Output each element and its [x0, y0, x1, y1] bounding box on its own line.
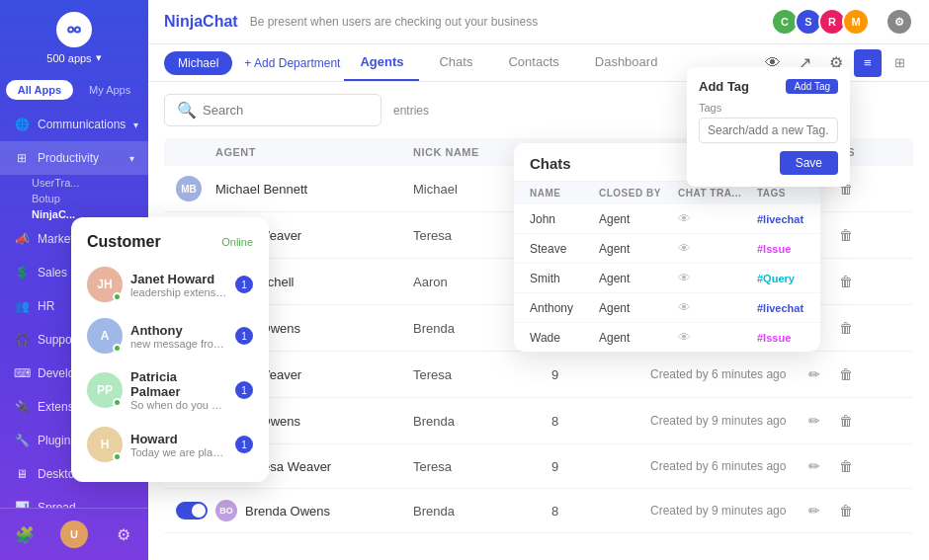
customer-message: leadership extension filed	[130, 286, 227, 298]
chat-name: Smith	[530, 272, 599, 285]
spread-icon: 📊	[14, 500, 30, 508]
tab-my-apps[interactable]: My Apps	[77, 80, 142, 100]
chat-tag: #Query	[757, 273, 820, 284]
eye-icon[interactable]: 👁	[678, 241, 757, 256]
status-dot	[113, 292, 122, 301]
sub-nav-botup[interactable]: Botup	[0, 191, 148, 206]
tab-all-apps[interactable]: All Apps	[6, 80, 73, 100]
list-view-button[interactable]: ≡	[854, 49, 882, 77]
customer-name: Anthony	[130, 323, 227, 338]
svg-point-1	[75, 28, 80, 33]
sidebar-item-spread[interactable]: 📊 Spread...	[0, 491, 148, 508]
add-tag-popup: Add Tag Add Tag Tags Save	[687, 67, 850, 187]
customer-item[interactable]: PP Patricia Palmaer So when do you plan …	[87, 365, 253, 415]
tab-contacts[interactable]: Contacts	[492, 44, 574, 81]
edit-button[interactable]: ✏	[802, 454, 826, 478]
customer-avatar: A	[87, 318, 123, 354]
add-tag-title: Add Tag Add Tag	[699, 79, 838, 94]
edit-button[interactable]: ✏	[802, 499, 826, 522]
avatar-settings[interactable]: ⚙	[886, 8, 913, 36]
tab-dashboard[interactable]: Dashboard	[579, 44, 674, 81]
chat-agent: Agent	[599, 242, 678, 256]
user-avatar[interactable]: U	[60, 520, 88, 548]
col-trans: CHAT TRA...	[678, 188, 757, 199]
customer-avatar: PP	[87, 372, 123, 408]
message-badge: 1	[235, 327, 253, 345]
add-tag-small-button[interactable]: Add Tag	[786, 79, 838, 94]
toggle-switch[interactable]	[176, 502, 208, 520]
search-icon: 🔍	[177, 101, 197, 120]
add-department-link[interactable]: + Add Department	[244, 56, 340, 70]
plugin-icon: 🔧	[14, 433, 30, 448]
customer-info: Anthony new message from anthony	[130, 323, 227, 350]
chat-agent: Agent	[599, 331, 678, 345]
save-tag-button[interactable]: Save	[780, 151, 838, 175]
eye-icon[interactable]: 👁	[678, 330, 757, 345]
agent-avatar: MB	[176, 176, 202, 201]
col-closed: CLOSED BY	[599, 188, 678, 199]
sidebar-item-communications[interactable]: 🌐 Communications ▾	[0, 108, 148, 141]
customer-avatar: JH	[87, 267, 123, 302]
created-by: Created by 6 minutes ago	[650, 459, 802, 473]
chat-tag: #livechat	[757, 302, 820, 314]
desktop-icon: 🖥	[14, 466, 30, 482]
delete-button[interactable]: 🗑	[834, 270, 858, 293]
avatar-m: M	[842, 8, 870, 36]
header-avatars: C S R M	[775, 8, 870, 36]
chat-row: John Agent 👁 #livechat	[514, 204, 820, 234]
chat-name: John	[530, 212, 599, 226]
message-badge: 1	[235, 436, 253, 453]
main-header: NinjaChat Be present when users are chec…	[148, 0, 929, 44]
gear-icon[interactable]: ⚙	[110, 520, 137, 548]
customer-panel: Customer Online JH Janet Howard leadersh…	[71, 217, 269, 482]
customer-item[interactable]: A Anthony new message from anthony 1	[87, 314, 253, 358]
tags-label: Tags	[699, 102, 838, 114]
logo-icon[interactable]	[56, 12, 92, 47]
eye-icon[interactable]: 👁	[678, 300, 757, 315]
sub-nav-usertran[interactable]: UserTra...	[0, 175, 148, 191]
created-by: Created by 9 minutes ago	[650, 504, 802, 518]
search-input[interactable]	[203, 103, 369, 118]
created-by: Created by 6 minutes ago	[650, 367, 802, 381]
delete-button[interactable]: 🗑	[834, 362, 858, 386]
col-agent: AGENT	[215, 146, 413, 158]
customer-name: Janet Howard	[130, 272, 227, 286]
customer-message: So when do you plan to arrive	[130, 399, 227, 411]
delete-button[interactable]: 🗑	[834, 454, 858, 478]
chat-row: Wade Agent 👁 #Issue	[514, 323, 820, 352]
edit-button[interactable]: ✏	[802, 409, 826, 433]
eye-icon[interactable]: 👁	[678, 211, 757, 226]
table-row: BO Brenda Owens Brenda 8 Created by 9 mi…	[164, 398, 913, 444]
agent-name: Michael Bennett	[215, 182, 413, 197]
puzzle-icon[interactable]: 🧩	[11, 520, 39, 548]
tab-chats[interactable]: Chats	[423, 44, 488, 81]
delete-button[interactable]: 🗑	[834, 409, 858, 433]
customer-message: new message from anthony	[130, 338, 227, 350]
dollar-icon: 💲	[14, 265, 30, 280]
tab-agents[interactable]: Agents	[344, 44, 419, 81]
department-button[interactable]: Michael	[164, 51, 232, 75]
status-dot	[113, 344, 122, 353]
sidebar-item-productivity[interactable]: ⊞ Productivity ▾	[0, 141, 148, 175]
header-tagline: Be present when users are checking out y…	[250, 15, 539, 29]
eye-icon[interactable]: 👁	[678, 271, 757, 285]
delete-button[interactable]: 🗑	[834, 499, 858, 522]
chat-agent: Agent	[599, 272, 678, 285]
simul-count: 9	[551, 459, 650, 474]
customer-item[interactable]: JH Janet Howard leadership extension fil…	[87, 263, 253, 306]
options-cell: ✏ 🗑	[802, 362, 901, 386]
customer-item[interactable]: H Howard Today we are planned to arrive …	[87, 423, 253, 466]
edit-button[interactable]: ✏	[802, 362, 826, 386]
chat-name: Anthony	[530, 301, 599, 315]
chat-tag: #Issue	[757, 332, 820, 344]
delete-button[interactable]: 🗑	[834, 316, 858, 340]
delete-button[interactable]: 🗑	[834, 223, 858, 247]
nick-name: Teresa	[413, 367, 551, 382]
customer-info: Janet Howard leadership extension filed	[130, 272, 227, 298]
customer-message: Today we are planned to arrive	[130, 446, 227, 458]
status-dot	[113, 452, 122, 461]
grid-view-button[interactable]: ⊞	[886, 49, 913, 77]
add-tag-input[interactable]	[699, 118, 838, 143]
logo-text: 500 apps ▾	[46, 51, 101, 64]
simul-count: 9	[551, 367, 650, 382]
